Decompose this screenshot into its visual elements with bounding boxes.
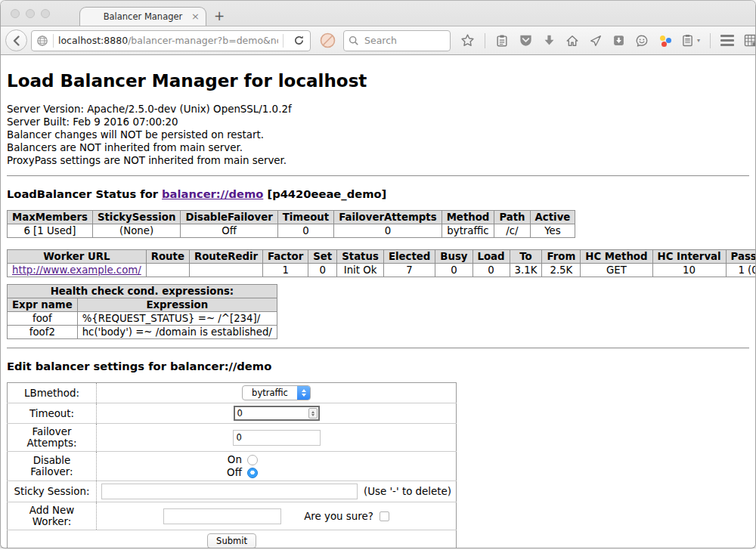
tab-close-icon[interactable]: × [191, 11, 200, 22]
radio-on-label: On [228, 454, 242, 465]
downloads-icon[interactable] [543, 34, 556, 47]
table-cell: Init Ok [337, 264, 384, 277]
back-arrow-icon [11, 35, 23, 47]
radio-off-label: Off [227, 467, 242, 478]
form-row-failover-attempts: Failover Attempts: [8, 424, 457, 452]
adblock-icon[interactable] [320, 32, 336, 48]
column-header: Route [146, 250, 189, 264]
url-bar[interactable]: localhost:8880/balancer-manager?b=demo&n… [31, 30, 311, 51]
table-header-row: Health check cond. expressions: [8, 285, 277, 298]
server-built: Server Built: Feb 9 2016 07:00:20 [7, 116, 749, 129]
balancer-link[interactable]: balancer://demo [162, 187, 263, 200]
zoom-window-button[interactable] [41, 9, 50, 18]
column-header: Method [442, 211, 494, 224]
status-heading: LoadBalancer Status for balancer://demo … [7, 187, 749, 200]
table-cell: Off [181, 224, 277, 238]
table-cell: foof2 [8, 326, 78, 339]
add-worker-label: Add New Worker: [8, 502, 97, 530]
menu-icon[interactable] [720, 35, 734, 46]
worker-table: Worker URL Route RouteRedir Factor Set S… [7, 249, 755, 277]
table-cell [189, 264, 262, 277]
frame-download-icon[interactable] [612, 34, 625, 47]
search-bar[interactable] [343, 30, 451, 51]
bookmark-star-icon[interactable] [460, 33, 475, 48]
minimize-window-button[interactable] [26, 9, 35, 18]
worker-url-link[interactable]: http://www.example.com/ [12, 264, 141, 276]
column-header: Load [472, 250, 510, 264]
worker-url-cell: http://www.example.com/ [8, 264, 147, 277]
add-worker-input[interactable] [163, 508, 281, 524]
failover-attempts-label: Failover Attempts: [8, 424, 97, 452]
column-header: Passes [726, 250, 755, 264]
column-header: Timeout [277, 211, 333, 224]
table-cell: (None) [92, 224, 180, 238]
column-header: Busy [435, 250, 472, 264]
failover-off-radio[interactable] [247, 468, 258, 478]
chevron-down-icon[interactable]: ▾ [697, 37, 700, 44]
table-header-row: Expr name Expression [8, 298, 277, 312]
form-row-add-worker: Add New Worker: Are you sure? [8, 502, 457, 530]
notice-balancers: Balancers are NOT inherited from main se… [7, 142, 749, 155]
column-header: Expression [77, 298, 277, 312]
column-header: Active [530, 211, 575, 224]
urlbar-divider [53, 34, 54, 48]
health-check-title: Health check cond. expressions: [8, 285, 277, 298]
sticky-session-hint: (Use '-' to delete) [364, 486, 451, 497]
reading-list-icon[interactable] [495, 34, 509, 48]
page-title: Load Balancer Manager for localhost [7, 71, 749, 91]
submit-button[interactable]: Submit [207, 533, 256, 548]
close-window-button[interactable] [11, 9, 20, 18]
table-cell: 2.5K [542, 264, 581, 277]
form-row-timeout: Timeout: [8, 403, 457, 424]
toolbar-icons: ▾ [460, 33, 755, 48]
table-cell: foof [8, 312, 78, 326]
failover-attempts-input[interactable] [233, 430, 321, 446]
session-panel-icon[interactable] [682, 34, 693, 47]
new-tab-button[interactable]: + [214, 8, 225, 23]
column-header: Status [337, 250, 384, 264]
send-plane-icon[interactable] [589, 34, 603, 48]
feedback-smiley-icon[interactable] [635, 34, 649, 48]
reload-button[interactable] [293, 35, 305, 46]
worker-row: http://www.example.com/ 1 0 Init Ok 7 0 … [8, 264, 756, 277]
table-cell: 3.1K [510, 264, 542, 277]
server-info: Server Version: Apache/2.5.0-dev (Unix) … [7, 104, 749, 167]
grid-capture-icon[interactable] [744, 34, 755, 47]
are-you-sure-checkbox[interactable] [380, 511, 389, 521]
disable-failover-label: Disable Failover: [8, 452, 97, 481]
table-cell: 1 (0) [726, 264, 755, 277]
globe-icon [36, 35, 48, 47]
table-cell: 0 [277, 224, 333, 238]
lbmethod-select[interactable]: bytraffic [242, 385, 311, 400]
column-header: HC Method [581, 250, 652, 264]
window-controls [11, 9, 50, 18]
search-input[interactable] [363, 34, 438, 47]
failover-on-radio[interactable] [247, 455, 258, 465]
table-row: foof %{REQUEST_STATUS} =~ /^[234]/ [8, 312, 277, 326]
back-button[interactable] [5, 29, 27, 51]
table-cell: 10 [652, 264, 726, 277]
table-cell: Yes [530, 224, 575, 238]
url-text[interactable]: localhost:8880/balancer-manager?b=demo&n… [58, 35, 278, 46]
sticky-session-label: Sticky Session: [8, 481, 97, 502]
table-header-row: Worker URL Route RouteRedir Factor Set S… [8, 250, 756, 264]
form-row-lbmethod: LBmethod: bytraffic [8, 383, 457, 403]
notice-proxypass: ProxyPass settings are NOT inherited fro… [7, 155, 749, 168]
column-header: RouteRedir [189, 250, 262, 264]
column-header: HC Interval [652, 250, 726, 264]
lbmethod-selected-value: bytraffic [243, 386, 297, 400]
status-heading-prefix: LoadBalancer Status for [7, 187, 162, 200]
number-spinner-icon[interactable] [308, 408, 318, 419]
sticky-session-input[interactable] [101, 484, 358, 499]
extension-dots-icon[interactable] [658, 34, 672, 48]
tab-balancer-manager[interactable]: Balancer Manager × [79, 7, 206, 26]
table-row: 6 [1 Used] (None) Off 0 0 bytraffic /c/ … [8, 224, 575, 238]
column-header: From [542, 250, 581, 264]
column-header: Worker URL [8, 250, 147, 264]
tab-title: Balancer Manager [104, 11, 183, 22]
home-icon[interactable] [565, 34, 579, 48]
pocket-icon[interactable] [519, 33, 533, 48]
timeout-input[interactable] [234, 406, 320, 421]
form-row-submit: Submit [8, 530, 457, 548]
notice-persist: Balancer changes will NOT be persisted o… [7, 129, 749, 142]
